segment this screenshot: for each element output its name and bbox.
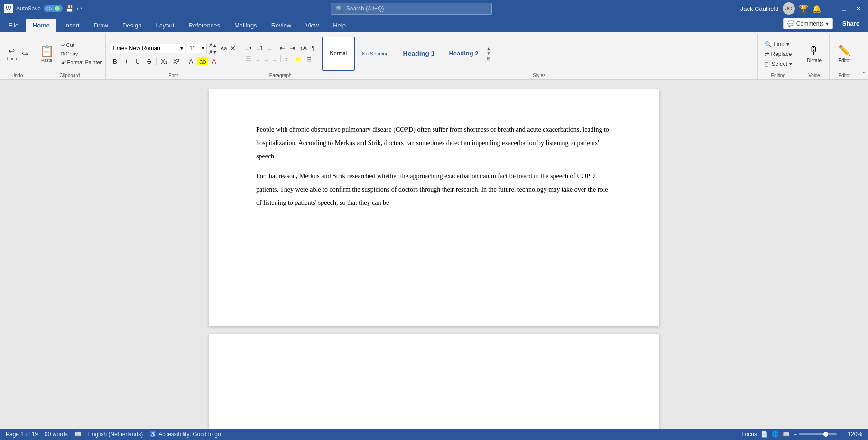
- focus-label[interactable]: Focus: [741, 431, 757, 438]
- styles-scroll-down[interactable]: ▼: [487, 51, 491, 56]
- tab-home[interactable]: Home: [26, 19, 56, 32]
- styles-group-label: Styles: [322, 72, 756, 79]
- change-case-button[interactable]: Aa: [220, 45, 228, 52]
- tab-insert[interactable]: Insert: [57, 19, 86, 32]
- align-right-button[interactable]: ≡: [263, 55, 270, 64]
- paragraph-2[interactable]: For that reason, Merkus and Strik resear…: [256, 170, 612, 210]
- font-select-chevron: ▾: [180, 45, 183, 52]
- editor-button[interactable]: ✏️ Editor: [834, 43, 855, 65]
- font-name-select[interactable]: Times New Roman ▾: [110, 44, 185, 53]
- font-size-decrease[interactable]: A▼: [208, 49, 218, 55]
- justify-button[interactable]: ≡: [271, 55, 279, 64]
- tab-help[interactable]: Help: [326, 19, 352, 32]
- style-normal[interactable]: Normal: [322, 37, 355, 71]
- font-group-label: Font: [110, 72, 237, 79]
- font-group: Times New Roman ▾ 11 ▾ A▲ A▼ Aa ✕ B: [107, 34, 240, 79]
- tab-draw[interactable]: Draw: [87, 19, 115, 32]
- select-button[interactable]: ⬚ Select ▾: [762, 59, 795, 69]
- styles-scroll-up[interactable]: ▲: [487, 46, 491, 51]
- tab-mailings[interactable]: Mailings: [228, 19, 264, 32]
- style-heading1[interactable]: Heading 1: [396, 37, 442, 71]
- zoom-out-icon[interactable]: −: [794, 431, 797, 438]
- zoom-slider-track[interactable]: [799, 433, 837, 435]
- dictate-button[interactable]: 🎙 Dictate: [803, 43, 825, 65]
- user-name: Jack Caulfield: [740, 5, 779, 12]
- borders-button[interactable]: ⊞: [305, 55, 314, 64]
- tab-view[interactable]: View: [299, 19, 325, 32]
- tab-review[interactable]: Review: [265, 19, 298, 32]
- clipboard-small-buttons: ✂ Cut ⧉ Copy 🖌 Format Painter: [59, 41, 104, 66]
- paste-button[interactable]: 📋 Paste: [36, 43, 58, 64]
- tab-layout[interactable]: Layout: [149, 19, 181, 32]
- font-size-increase[interactable]: A▲: [208, 42, 218, 48]
- restore-button[interactable]: □: [840, 5, 849, 12]
- align-left-button[interactable]: ☰: [244, 55, 253, 64]
- search-bar[interactable]: 🔍 Search (Alt+Q): [331, 3, 492, 15]
- numbering-button[interactable]: ≡1: [254, 44, 265, 53]
- copy-button[interactable]: ⧉ Copy: [59, 50, 104, 58]
- zoom-control[interactable]: − +: [794, 431, 842, 438]
- zoom-in-icon[interactable]: +: [839, 431, 842, 438]
- ribbon: File Home Insert Draw Design Layout Refe…: [0, 17, 868, 80]
- undo-title-icon[interactable]: ↩: [76, 5, 82, 12]
- decrease-indent-button[interactable]: ⇤: [278, 44, 287, 53]
- font-size-select[interactable]: 11 ▾: [187, 44, 207, 53]
- user-area: Jack Caulfield JC 🏆 🔔 ─ □ ✕: [740, 2, 864, 15]
- status-right: Focus 📄 🌐 📖 − + 120%: [741, 431, 862, 438]
- highlight-color-button[interactable]: ab: [197, 57, 208, 65]
- show-marks-button[interactable]: ¶: [310, 44, 317, 53]
- tab-references[interactable]: References: [182, 19, 226, 32]
- tab-design[interactable]: Design: [116, 19, 148, 32]
- clear-formatting-button[interactable]: ✕: [229, 44, 237, 53]
- ribbon-collapse-button[interactable]: ⌃: [861, 71, 866, 77]
- style-heading2[interactable]: Heading 2: [442, 37, 485, 71]
- superscript-button[interactable]: X²: [171, 57, 182, 66]
- cut-button[interactable]: ✂ Cut: [59, 41, 104, 49]
- comments-label: Comments: [796, 20, 824, 27]
- minimize-button[interactable]: ─: [825, 5, 836, 12]
- notification-icon: 🔔: [812, 4, 822, 13]
- tab-file[interactable]: File: [2, 19, 25, 32]
- italic-button[interactable]: I: [121, 57, 131, 66]
- ribbon-tab-bar: File Home Insert Draw Design Layout Refe…: [0, 17, 868, 32]
- redo-button[interactable]: ↪: [20, 47, 30, 60]
- share-button[interactable]: Share: [836, 17, 866, 30]
- list-buttons-row: ≡• ≡1 ≡ ⇤ ⇥ ↕A ¶: [244, 44, 317, 53]
- shading-button[interactable]: ▣: [294, 55, 304, 64]
- increase-indent-button[interactable]: ⇥: [288, 44, 297, 53]
- autosave-toggle[interactable]: On: [44, 5, 63, 12]
- select-chevron: ▾: [789, 61, 792, 67]
- replace-button[interactable]: ⇄ Replace: [762, 49, 795, 59]
- close-button[interactable]: ✕: [853, 5, 864, 12]
- status-bar: Page 1 of 19 90 words 📖 English (Netherl…: [0, 429, 868, 440]
- page-1: People with chronic obstructive pulmonar…: [209, 89, 659, 326]
- alignment-row: ☰ ≡ ≡ ≡ ↕ ▣ ⊞: [244, 55, 317, 64]
- find-chevron: ▾: [786, 41, 789, 47]
- print-layout-icon[interactable]: 📄: [761, 431, 768, 438]
- line-spacing-button[interactable]: ↕: [283, 55, 290, 64]
- text-effects-button[interactable]: A: [186, 57, 196, 66]
- styles-expand-button[interactable]: ⊞: [487, 56, 491, 61]
- replace-icon: ⇄: [765, 51, 769, 57]
- sort-button[interactable]: ↕A: [298, 44, 309, 53]
- subscript-button[interactable]: X₂: [158, 57, 170, 66]
- find-button[interactable]: 🔍 Find ▾: [762, 39, 795, 49]
- web-layout-icon[interactable]: 🌐: [772, 431, 779, 438]
- bold-button[interactable]: B: [110, 57, 120, 66]
- style-no-spacing[interactable]: No Spacing: [355, 37, 396, 71]
- font-color-button[interactable]: A: [209, 57, 219, 66]
- title-bar: W AutoSave On 💾 ↩ 🔍 Search (Alt+Q) Jack …: [0, 0, 868, 17]
- strikethrough-button[interactable]: S: [144, 57, 154, 66]
- editor-group: ✏️ Editor Editor: [831, 34, 859, 79]
- comments-button[interactable]: 💬 Comments ▾: [783, 18, 833, 29]
- format-painter-button[interactable]: 🖌 Format Painter: [59, 58, 104, 66]
- read-mode-icon[interactable]: 📖: [783, 431, 790, 438]
- undo-button[interactable]: ↩ Undo: [5, 45, 19, 63]
- underline-button[interactable]: U: [132, 57, 143, 66]
- align-center-button[interactable]: ≡: [254, 55, 262, 64]
- bullets-button[interactable]: ≡•: [244, 44, 253, 53]
- share-label: Share: [842, 20, 859, 27]
- document-area: People with chronic obstructive pulmonar…: [0, 80, 868, 429]
- save-icon[interactable]: 💾: [65, 5, 74, 12]
- multilevel-list-button[interactable]: ≡: [266, 44, 274, 53]
